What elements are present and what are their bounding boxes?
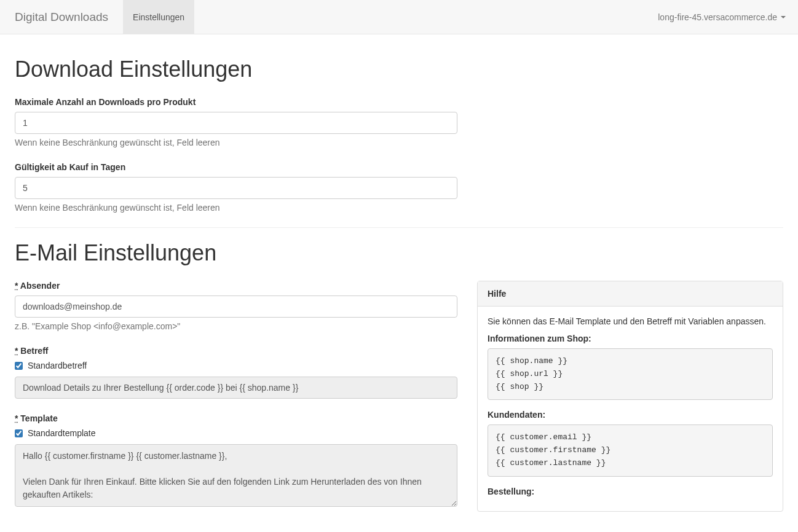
email-settings-heading: E-Mail Einstellungen — [15, 240, 783, 266]
required-mark: * — [15, 281, 18, 291]
tab-einstellungen[interactable]: Einstellungen — [123, 0, 194, 34]
help-customer-code: {{ customer.email }} {{ customer.firstna… — [488, 424, 773, 476]
shop-dropdown[interactable]: long-fire-45.versacommerce.de — [658, 12, 798, 22]
default-template-checkbox[interactable] — [15, 429, 23, 437]
help-panel-heading: Hilfe — [478, 281, 783, 307]
max-downloads-label: Maximale Anzahl an Downloads pro Produkt — [15, 97, 457, 107]
template-label-text: Template — [20, 413, 57, 423]
required-mark: * — [15, 413, 18, 423]
template-group: * Template Standardtemplate — [15, 413, 457, 509]
help-order-label: Bestellung: — [488, 487, 773, 496]
validity-days-label: Gültigkeit ab Kauf in Tagen — [15, 162, 457, 172]
section-divider — [15, 227, 783, 228]
max-downloads-help: Wenn keine Beschränkung gewünscht ist, F… — [15, 138, 457, 147]
shop-domain-label: long-fire-45.versacommerce.de — [658, 12, 777, 22]
navbar: Digital Downloads Einstellungen long-fir… — [0, 0, 798, 34]
download-settings-heading: Download Einstellungen — [15, 57, 783, 82]
help-panel: Hilfe Sie können das E-Mail Template und… — [477, 281, 783, 512]
sender-input[interactable] — [15, 295, 457, 318]
validity-days-help: Wenn keine Beschränkung gewünscht ist, F… — [15, 203, 457, 213]
chevron-down-icon — [781, 16, 786, 18]
default-subject-checkbox[interactable] — [15, 362, 23, 370]
subject-label: * Betreff — [15, 346, 457, 356]
subject-label-text: Betreff — [20, 346, 48, 356]
template-label: * Template — [15, 413, 457, 423]
validity-days-input[interactable] — [15, 177, 457, 199]
help-intro: Sie können das E-Mail Template und den B… — [488, 316, 773, 326]
subject-group: * Betreff Standardbetreff — [15, 346, 457, 399]
sender-label: * Absender — [15, 281, 457, 291]
required-mark: * — [15, 346, 18, 356]
sender-label-text: Absender — [20, 281, 60, 291]
validity-days-group: Gültigkeit ab Kauf in Tagen Wenn keine B… — [15, 162, 457, 213]
help-shop-info-label: Informationen zum Shop: — [488, 334, 773, 343]
max-downloads-group: Maximale Anzahl an Downloads pro Produkt… — [15, 97, 457, 147]
subject-input — [15, 377, 457, 399]
sender-help: z.B. "Example Shop <info@example.com>" — [15, 321, 457, 331]
template-textarea — [15, 444, 457, 507]
default-template-checkbox-label: Standardtemplate — [28, 428, 96, 438]
help-shop-info-code: {{ shop.name }} {{ shop.url }} {{ shop }… — [488, 348, 773, 400]
help-customer-label: Kundendaten: — [488, 410, 773, 420]
max-downloads-input[interactable] — [15, 112, 457, 134]
navbar-brand[interactable]: Digital Downloads — [0, 10, 123, 24]
default-subject-checkbox-label: Standardbetreff — [28, 361, 87, 370]
sender-group: * Absender z.B. "Example Shop <info@exam… — [15, 281, 457, 331]
